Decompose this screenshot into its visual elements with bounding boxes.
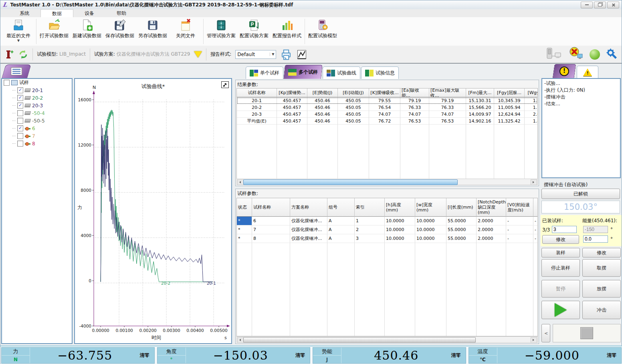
print-icon[interactable] — [280, 48, 292, 60]
results-panel: 结果参数: 试样名称[Kp]摆锤势...[E]势能(J)[Ei]动能(J)[K]… — [235, 80, 539, 186]
scroll-right-arrow[interactable] — [531, 179, 537, 185]
tree-item--50-4[interactable]: -50-4 — [2, 109, 72, 117]
impact-button[interactable]: 冲击 — [582, 301, 621, 319]
tree-item-7[interactable]: 7 — [2, 132, 72, 140]
scroll-thumb[interactable] — [243, 179, 458, 185]
pause-button[interactable]: 暂停 — [541, 280, 580, 298]
checkbox[interactable] — [17, 133, 23, 139]
samples-row[interactable]: *6仪器化摆锤冲...A110.000010.000055.00002.0000… — [237, 217, 537, 225]
results-row[interactable]: 20-3450.457450.46450.0574.0774.0774.0714… — [237, 111, 537, 118]
column-header: [Fm]最大... — [466, 88, 494, 97]
modify-count-button[interactable]: 修改 — [542, 235, 579, 244]
disconnect-icon[interactable] — [568, 47, 584, 62]
checkbox[interactable]: ✓ — [17, 87, 23, 93]
config-report-button[interactable]: 配置报告样式 — [271, 17, 303, 46]
checkbox[interactable] — [17, 110, 23, 116]
load-specimen-button[interactable]: 装样 — [541, 248, 580, 257]
title-bar: L TestMaster 1.0 - D:\TestMaster 1.0\Bin… — [0, 0, 622, 10]
chart-tool-button[interactable] — [221, 81, 229, 88]
stop-button[interactable] — [580, 327, 593, 339]
scroll-left-arrow[interactable] — [237, 337, 244, 343]
settings-search-icon[interactable] — [606, 48, 618, 61]
start-test-button[interactable] — [541, 301, 580, 319]
loaded-label: 已装试样: — [542, 217, 563, 224]
clear-button[interactable]: 清零 — [140, 348, 154, 363]
minimize-button[interactable] — [581, 2, 593, 8]
clear-button[interactable]: 清零 — [295, 348, 310, 363]
tree-item-8[interactable]: 8 — [2, 140, 72, 147]
unlock-button[interactable]: 已解锁 — [541, 189, 620, 199]
collapse-button[interactable]: < — [541, 324, 550, 342]
list-icon — [11, 67, 22, 75]
warning-icon: ! — [583, 68, 592, 76]
checkbox[interactable]: ✓ — [17, 103, 23, 109]
add-specimen-icon[interactable] — [4, 49, 14, 60]
stop-loading-button[interactable]: 停止装样 — [541, 259, 580, 277]
samples-row[interactable]: *8仪器化摆锤冲...A310.000010.000055.00002.0000… — [237, 234, 537, 243]
restore-button[interactable] — [594, 2, 606, 8]
report-style-select[interactable]: Default▼ — [235, 50, 276, 59]
svg-text:0.00500: 0.00500 — [210, 328, 227, 333]
config-scheme-button[interactable]: P配置试验方案 — [238, 17, 271, 46]
scroll-left-arrow[interactable] — [237, 179, 244, 185]
tab-试验曲线[interactable]: 试验曲线 — [323, 66, 360, 79]
checkbox[interactable] — [4, 80, 10, 86]
results-row[interactable]: 20-2450.457450.46450.0576.5476.3376.3315… — [237, 104, 537, 111]
angle-set-input[interactable] — [583, 226, 608, 233]
loaded-count-input[interactable] — [552, 226, 577, 233]
tree-item-20-3[interactable]: ✓20-3 — [2, 102, 72, 109]
samples-hscrollbar[interactable] — [236, 336, 538, 343]
samples-row[interactable]: *7仪器化摆锤冲...A210.000010.000055.00002.0000… — [237, 225, 537, 234]
clear-button[interactable]: 清零 — [607, 348, 621, 363]
scroll-right-arrow[interactable] — [531, 337, 537, 343]
model-label: 试验模型: — [37, 51, 58, 57]
tree-item--50-5[interactable]: -50-5 — [2, 117, 72, 125]
tree-root[interactable]: 试样 — [2, 79, 72, 86]
tree-item-20-1[interactable]: ✓20-1 — [2, 86, 72, 94]
menu-item-系统[interactable]: 系统 — [8, 9, 40, 17]
checkbox[interactable]: ✓ — [17, 125, 23, 131]
status-bar: 力N−63.755清零角度°−150.03清零势能J450.46清零温度℃−59… — [0, 346, 622, 364]
results-row[interactable]: 平均值(E)450.457450.46450.0576.7276.5376.53… — [237, 118, 537, 125]
release-pendulum-button[interactable]: 放摆 — [582, 280, 621, 298]
menu-item-数据[interactable]: 数据 — [40, 9, 73, 17]
specimen-tree: 试样✓20-1✓20-2✓20-3-50-4-50-5✓678 — [1, 78, 73, 344]
checkbox[interactable] — [17, 118, 23, 124]
scroll-thumb[interactable] — [243, 337, 476, 343]
column-header: [Wgy]屈 — [525, 88, 538, 97]
channel-value: −59.000 — [497, 348, 607, 363]
tab-status-log[interactable]: ! — [553, 64, 576, 78]
config-model-button[interactable]: 配置试验模型 — [306, 17, 339, 46]
new-data-button[interactable]: 新建试验数据 — [71, 17, 103, 46]
clear-button[interactable]: 清零 — [451, 348, 466, 363]
open-data-button[interactable]: 打开试验数据 — [38, 17, 71, 46]
close-file-button[interactable]: 关闭文件 — [169, 17, 202, 46]
save-data-button[interactable]: 保存试验数据 — [103, 17, 136, 46]
tab-specimen-list[interactable] — [2, 64, 31, 78]
specimen-pin-icon — [25, 142, 30, 145]
take-pendulum-button[interactable]: 取摆 — [582, 259, 621, 277]
curve-preview-icon[interactable] — [296, 49, 307, 60]
status-panel-温度: 温度℃−59.000清零 — [469, 347, 622, 364]
menu-item-设备[interactable]: 设备 — [73, 9, 105, 17]
refresh-icon[interactable] — [18, 49, 28, 60]
results-row[interactable]: 20-1450.457450.46450.0579.5579.1979.1915… — [237, 97, 537, 104]
tab-warnings[interactable]: ! — [577, 66, 598, 78]
save-as-data-button[interactable]: 另存试验数据 — [136, 17, 169, 46]
modify-button[interactable]: 修改 — [582, 248, 621, 257]
menu-bar: 系统数据设备帮助 — [0, 9, 622, 17]
menu-item-帮助[interactable]: 帮助 — [105, 9, 137, 17]
log-line: -摆锤冲击 — [544, 94, 618, 101]
tab-试验信息[interactable]: 试验信息 — [361, 66, 399, 79]
tab-多个试样[interactable]: 多个试样 — [283, 65, 323, 79]
speed-input[interactable] — [583, 235, 608, 243]
results-hscrollbar[interactable] — [236, 179, 538, 185]
close-button[interactable] — [607, 2, 619, 8]
tree-item-20-2[interactable]: ✓20-2 — [2, 94, 72, 102]
manage-scheme-button[interactable]: 管理试验方案 — [205, 17, 238, 46]
checkbox[interactable]: ✓ — [17, 95, 23, 101]
tree-item-6[interactable]: ✓6 — [2, 125, 72, 132]
recent-files-button[interactable]: 最近的文件▼ — [2, 17, 35, 46]
tab-单个试样[interactable]: 单个试样 — [246, 66, 283, 79]
checkbox[interactable] — [17, 141, 23, 147]
